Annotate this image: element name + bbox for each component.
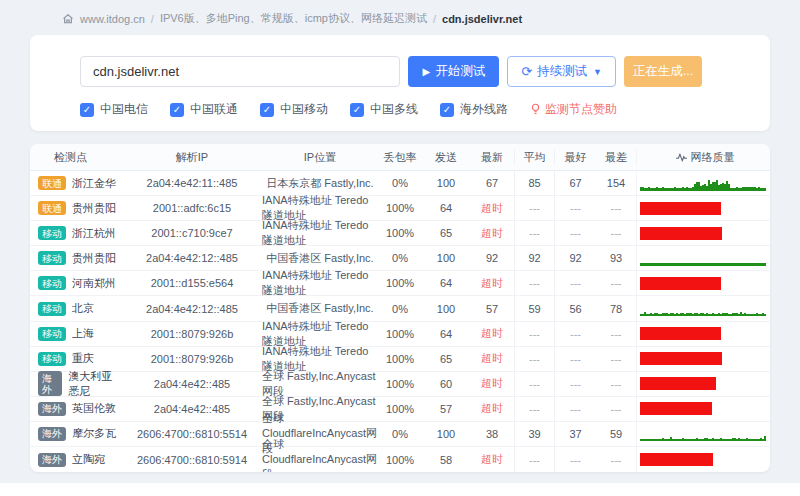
breadcrumb-site[interactable]: www.itdog.cn [80, 13, 145, 25]
node-cell: 海外摩尔多瓦 [30, 422, 122, 446]
resolved-ip-cell: 2a04:4e42::485 [122, 372, 262, 396]
header-latest: 最新 [470, 150, 514, 165]
checkbox-china-telecom[interactable]: ✓ 中国电信 [80, 101, 148, 118]
line-badge: 移动 [38, 327, 66, 341]
worst-cell: --- [596, 447, 636, 472]
line-badge: 移动 [38, 251, 66, 265]
table-row: 海外澳大利亚悉尼2a04:4e42::485全球 Fastly,Inc.Anyc… [30, 372, 770, 397]
checkbox-label: 中国电信 [100, 101, 148, 118]
network-quality-cell [636, 422, 770, 446]
sponsor-link[interactable]: 监测节点赞助 [530, 101, 617, 118]
node-name: 贵州贵阳 [72, 201, 116, 216]
header-resolved-ip: 解析IP [122, 150, 262, 165]
worst-cell: 78 [596, 296, 636, 320]
packet-loss-cell: 100% [378, 221, 422, 245]
worst-cell: --- [596, 221, 636, 245]
quality-loss-bar [640, 377, 716, 390]
average-cell: --- [514, 397, 554, 421]
checkbox-overseas[interactable]: ✓ 海外线路 [440, 101, 508, 118]
best-cell: --- [554, 271, 596, 295]
packet-loss-cell: 0% [378, 171, 422, 195]
quality-sparkline [640, 251, 766, 266]
network-quality-cell [636, 372, 770, 396]
average-cell: --- [514, 447, 554, 472]
home-icon [62, 13, 74, 25]
checkbox-china-multiline[interactable]: ✓ 中国多线 [350, 101, 418, 118]
checkbox-label: 中国多线 [370, 101, 418, 118]
checkbox-china-mobile[interactable]: ✓ 中国移动 [260, 101, 328, 118]
network-quality-cell [636, 397, 770, 421]
average-cell: --- [514, 271, 554, 295]
table-row: 移动贵州贵阳2a04:4e42:12::485中国香港区 Fastly,Inc.… [30, 246, 770, 271]
average-cell: 39 [514, 422, 554, 446]
node-name: 摩尔多瓦 [72, 426, 116, 441]
worst-cell: --- [596, 372, 636, 396]
breadcrumb-target: cdn.jsdelivr.net [442, 13, 522, 25]
node-name: 北京 [72, 301, 94, 316]
line-badge: 移动 [38, 276, 66, 290]
results-table: 检测点 解析IP IP位置 丢包率 发送 最新 平均 最好 最差 网络质量 联通… [30, 144, 770, 472]
worst-cell: --- [596, 271, 636, 295]
line-badge: 海外 [38, 427, 66, 441]
header-sent: 发送 [422, 150, 470, 165]
node-name: 上海 [72, 326, 94, 341]
ip-location-cell: IANA特殊地址 Teredo隧道地址 [262, 196, 378, 220]
worst-cell: --- [596, 347, 636, 371]
packet-loss-cell: 100% [378, 271, 422, 295]
best-cell: 56 [554, 296, 596, 320]
table-row: 海外立陶宛2606:4700::6810:5914全球 CloudflareIn… [30, 447, 770, 472]
latest-cell: 67 [470, 171, 514, 195]
continuous-test-button[interactable]: ⟳ 持续测试 ▼ [507, 56, 616, 87]
node-name: 重庆 [72, 351, 94, 366]
line-badge: 移动 [38, 226, 66, 240]
node-cell: 移动河南郑州 [30, 271, 122, 295]
sent-cell: 65 [422, 221, 470, 245]
node-cell: 联通浙江金华 [30, 171, 122, 195]
latest-cell: 超时 [470, 322, 514, 346]
network-quality-cell [636, 271, 770, 295]
ip-location-cell: 日本东京都 Fastly,Inc. [262, 171, 378, 195]
refresh-icon: ⟳ [521, 64, 532, 79]
quality-loss-bar [640, 402, 712, 415]
line-badge: 海外 [38, 453, 66, 467]
latest-cell: 超时 [470, 347, 514, 371]
table-row: 海外摩尔多瓦2606:4700::6810:5514全球 CloudflareI… [30, 422, 770, 447]
start-test-button[interactable]: ▶ 开始测试 [408, 56, 499, 87]
checkbox-china-unicom[interactable]: ✓ 中国联通 [170, 101, 238, 118]
worst-cell: --- [596, 196, 636, 220]
sent-cell: 100 [422, 296, 470, 320]
resolved-ip-cell: 2606:4700::6810:5914 [122, 447, 262, 472]
checkbox-label: 中国联通 [190, 101, 238, 118]
packet-loss-cell: 0% [378, 246, 422, 270]
continuous-test-label: 持续测试 [537, 63, 587, 80]
node-cell: 移动贵州贵阳 [30, 246, 122, 270]
quality-loss-bar [640, 453, 713, 466]
checkbox-label: 海外线路 [460, 101, 508, 118]
host-input[interactable] [80, 56, 400, 87]
line-badge: 联通 [38, 176, 66, 190]
node-cell: 海外立陶宛 [30, 447, 122, 472]
network-quality-cell [636, 196, 770, 220]
latest-cell: 38 [470, 422, 514, 446]
packet-loss-cell: 100% [378, 196, 422, 220]
quality-loss-bar [640, 352, 722, 365]
node-cell: 移动重庆 [30, 347, 122, 371]
table-row: 移动浙江杭州2001::c710:9ce7IANA特殊地址 Teredo隧道地址… [30, 221, 770, 246]
network-quality-cell [636, 447, 770, 472]
network-quality-cell [636, 347, 770, 371]
latest-cell: 超时 [470, 397, 514, 421]
ip-location-cell: 全球 Fastly,Inc.Anycast网段 [262, 372, 378, 396]
table-header-row: 检测点 解析IP IP位置 丢包率 发送 最新 平均 最好 最差 网络质量 [30, 144, 770, 171]
resolved-ip-cell: 2a04:4e42:12::485 [122, 296, 262, 320]
sent-cell: 64 [422, 196, 470, 220]
checkbox-checked-icon: ✓ [80, 103, 94, 117]
latest-cell: 超时 [470, 372, 514, 396]
best-cell: 92 [554, 246, 596, 270]
latest-cell: 超时 [470, 221, 514, 245]
resolved-ip-cell: 2001::8079:926b [122, 322, 262, 346]
table-row: 联通贵州贵阳2001::adfc:6c15IANA特殊地址 Teredo隧道地址… [30, 196, 770, 221]
sent-cell: 65 [422, 347, 470, 371]
line-badge: 移动 [38, 352, 66, 366]
table-row: 移动重庆2001::8079:926bIANA特殊地址 Teredo隧道地址10… [30, 347, 770, 372]
latest-cell: 92 [470, 246, 514, 270]
